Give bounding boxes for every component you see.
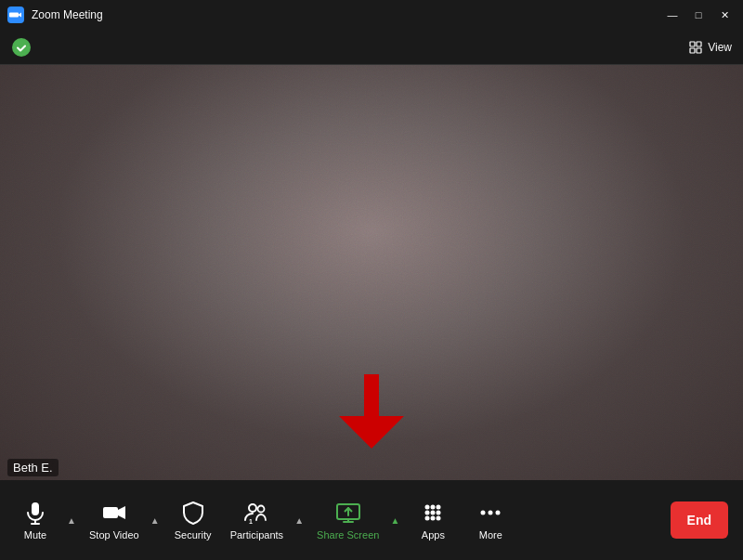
svg-point-17 bbox=[425, 505, 430, 510]
apps-button[interactable]: Apps bbox=[405, 487, 461, 553]
svg-point-19 bbox=[437, 505, 441, 510]
apps-label: Apps bbox=[422, 529, 445, 540]
minimize-button[interactable]: — bbox=[661, 6, 684, 24]
svg-point-18 bbox=[431, 505, 436, 510]
share-screen-button[interactable]: Share Screen bbox=[309, 487, 386, 553]
mute-chevron[interactable]: ▲ bbox=[63, 487, 80, 553]
security-button[interactable]: Security bbox=[165, 487, 221, 553]
video-background bbox=[0, 65, 743, 480]
svg-point-28 bbox=[496, 511, 501, 515]
svg-rect-8 bbox=[32, 502, 39, 515]
camera-icon bbox=[101, 500, 127, 526]
participants-button[interactable]: 1 Participants bbox=[223, 487, 291, 553]
window-controls: — □ ✕ bbox=[661, 6, 736, 24]
security-label: Security bbox=[175, 529, 212, 540]
share-screen-label: Share Screen bbox=[317, 529, 379, 540]
zoom-header-left bbox=[11, 37, 32, 58]
window-title: Zoom Meeting bbox=[32, 8, 103, 21]
apps-icon bbox=[420, 500, 446, 526]
title-bar-left: Zoom Meeting bbox=[7, 7, 103, 23]
svg-point-1 bbox=[12, 38, 31, 57]
svg-point-24 bbox=[431, 516, 436, 521]
svg-point-21 bbox=[431, 511, 436, 515]
end-button[interactable]: End bbox=[671, 501, 728, 539]
participants-group: 1 Participants ▲ bbox=[223, 480, 307, 560]
more-label: More bbox=[479, 529, 502, 540]
stop-video-chevron[interactable]: ▲ bbox=[147, 487, 163, 553]
share-screen-group: Share Screen ▲ bbox=[309, 480, 403, 560]
security-shield-icon bbox=[11, 37, 32, 58]
more-group: More bbox=[463, 480, 518, 560]
mute-button[interactable]: Mute bbox=[7, 487, 63, 553]
svg-point-27 bbox=[489, 511, 493, 515]
close-button[interactable]: ✕ bbox=[713, 6, 736, 24]
svg-rect-3 bbox=[697, 42, 701, 46]
security-group: Security bbox=[165, 480, 221, 560]
participants-chevron[interactable]: ▲ bbox=[291, 487, 307, 553]
microphone-icon bbox=[22, 500, 48, 526]
apps-group: Apps bbox=[405, 480, 461, 560]
toolbar: Mute ▲ Stop Video ▲ Security bbox=[0, 480, 743, 560]
zoom-header: View bbox=[0, 30, 743, 65]
view-label: View bbox=[708, 41, 732, 54]
svg-point-20 bbox=[425, 511, 430, 515]
svg-point-22 bbox=[437, 511, 441, 515]
view-icon bbox=[689, 41, 702, 54]
maximize-button[interactable]: □ bbox=[687, 6, 710, 24]
mute-group: Mute ▲ bbox=[7, 480, 80, 560]
participants-icon: 1 bbox=[243, 500, 269, 526]
title-bar: Zoom Meeting — □ ✕ bbox=[0, 0, 743, 30]
mute-label: Mute bbox=[24, 529, 46, 540]
svg-rect-4 bbox=[690, 48, 695, 53]
stop-video-group: Stop Video ▲ bbox=[82, 480, 163, 560]
svg-rect-11 bbox=[103, 507, 118, 518]
svg-point-26 bbox=[481, 511, 486, 515]
security-icon bbox=[180, 500, 206, 526]
svg-point-12 bbox=[249, 504, 256, 512]
svg-text:1: 1 bbox=[249, 518, 253, 525]
svg-rect-5 bbox=[697, 48, 701, 53]
view-button[interactable]: View bbox=[689, 41, 732, 54]
stop-video-button[interactable]: Stop Video bbox=[82, 487, 147, 553]
video-area: Beth E. bbox=[0, 65, 743, 480]
more-button[interactable]: More bbox=[463, 487, 518, 553]
participants-label: Participants bbox=[230, 529, 283, 540]
share-screen-icon bbox=[335, 500, 361, 526]
svg-point-13 bbox=[258, 506, 265, 513]
participant-name-label: Beth E. bbox=[7, 459, 59, 476]
share-screen-chevron[interactable]: ▲ bbox=[386, 487, 403, 553]
more-icon bbox=[477, 500, 503, 526]
svg-point-25 bbox=[437, 516, 441, 521]
stop-video-label: Stop Video bbox=[89, 529, 139, 540]
svg-rect-2 bbox=[690, 42, 695, 46]
svg-point-23 bbox=[425, 516, 430, 521]
zoom-logo-icon bbox=[7, 7, 24, 23]
